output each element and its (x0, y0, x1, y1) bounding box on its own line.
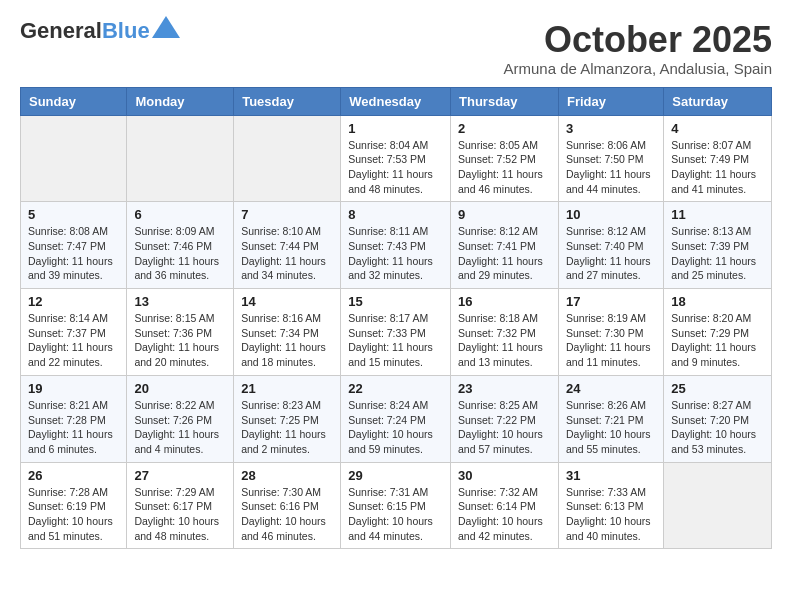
day-cell: 24Sunrise: 8:26 AM Sunset: 7:21 PM Dayli… (558, 375, 663, 462)
day-info: Sunrise: 8:11 AM Sunset: 7:43 PM Dayligh… (348, 224, 443, 283)
day-number: 4 (671, 121, 764, 136)
col-header-sunday: Sunday (21, 87, 127, 115)
day-info: Sunrise: 7:32 AM Sunset: 6:14 PM Dayligh… (458, 485, 551, 544)
day-cell: 29Sunrise: 7:31 AM Sunset: 6:15 PM Dayli… (341, 462, 451, 549)
day-info: Sunrise: 8:13 AM Sunset: 7:39 PM Dayligh… (671, 224, 764, 283)
day-info: Sunrise: 7:31 AM Sunset: 6:15 PM Dayligh… (348, 485, 443, 544)
day-number: 17 (566, 294, 656, 309)
day-info: Sunrise: 8:06 AM Sunset: 7:50 PM Dayligh… (566, 138, 656, 197)
day-info: Sunrise: 8:22 AM Sunset: 7:26 PM Dayligh… (134, 398, 226, 457)
day-cell (234, 115, 341, 202)
col-header-wednesday: Wednesday (341, 87, 451, 115)
day-number: 27 (134, 468, 226, 483)
day-number: 21 (241, 381, 333, 396)
day-number: 9 (458, 207, 551, 222)
day-info: Sunrise: 8:05 AM Sunset: 7:52 PM Dayligh… (458, 138, 551, 197)
day-cell: 26Sunrise: 7:28 AM Sunset: 6:19 PM Dayli… (21, 462, 127, 549)
day-info: Sunrise: 8:09 AM Sunset: 7:46 PM Dayligh… (134, 224, 226, 283)
day-cell: 9Sunrise: 8:12 AM Sunset: 7:41 PM Daylig… (451, 202, 559, 289)
col-header-monday: Monday (127, 87, 234, 115)
day-cell (664, 462, 772, 549)
day-number: 6 (134, 207, 226, 222)
week-row-1: 1Sunrise: 8:04 AM Sunset: 7:53 PM Daylig… (21, 115, 772, 202)
day-number: 15 (348, 294, 443, 309)
day-info: Sunrise: 8:19 AM Sunset: 7:30 PM Dayligh… (566, 311, 656, 370)
day-cell: 2Sunrise: 8:05 AM Sunset: 7:52 PM Daylig… (451, 115, 559, 202)
day-cell: 17Sunrise: 8:19 AM Sunset: 7:30 PM Dayli… (558, 289, 663, 376)
day-info: Sunrise: 8:04 AM Sunset: 7:53 PM Dayligh… (348, 138, 443, 197)
day-info: Sunrise: 8:16 AM Sunset: 7:34 PM Dayligh… (241, 311, 333, 370)
day-number: 11 (671, 207, 764, 222)
page-header: GeneralBlue October 2025 Armuna de Alman… (20, 20, 772, 77)
day-info: Sunrise: 8:14 AM Sunset: 7:37 PM Dayligh… (28, 311, 119, 370)
day-cell (127, 115, 234, 202)
day-info: Sunrise: 8:07 AM Sunset: 7:49 PM Dayligh… (671, 138, 764, 197)
day-info: Sunrise: 8:23 AM Sunset: 7:25 PM Dayligh… (241, 398, 333, 457)
day-cell: 12Sunrise: 8:14 AM Sunset: 7:37 PM Dayli… (21, 289, 127, 376)
day-info: Sunrise: 8:20 AM Sunset: 7:29 PM Dayligh… (671, 311, 764, 370)
col-header-thursday: Thursday (451, 87, 559, 115)
calendar-table: SundayMondayTuesdayWednesdayThursdayFrid… (20, 87, 772, 550)
day-cell: 22Sunrise: 8:24 AM Sunset: 7:24 PM Dayli… (341, 375, 451, 462)
day-info: Sunrise: 8:12 AM Sunset: 7:40 PM Dayligh… (566, 224, 656, 283)
day-info: Sunrise: 7:28 AM Sunset: 6:19 PM Dayligh… (28, 485, 119, 544)
day-cell: 8Sunrise: 8:11 AM Sunset: 7:43 PM Daylig… (341, 202, 451, 289)
day-cell: 1Sunrise: 8:04 AM Sunset: 7:53 PM Daylig… (341, 115, 451, 202)
week-row-5: 26Sunrise: 7:28 AM Sunset: 6:19 PM Dayli… (21, 462, 772, 549)
day-number: 28 (241, 468, 333, 483)
day-cell: 19Sunrise: 8:21 AM Sunset: 7:28 PM Dayli… (21, 375, 127, 462)
day-number: 30 (458, 468, 551, 483)
title-block: October 2025 Armuna de Almanzora, Andalu… (504, 20, 773, 77)
day-number: 8 (348, 207, 443, 222)
day-cell: 13Sunrise: 8:15 AM Sunset: 7:36 PM Dayli… (127, 289, 234, 376)
col-header-friday: Friday (558, 87, 663, 115)
day-cell: 23Sunrise: 8:25 AM Sunset: 7:22 PM Dayli… (451, 375, 559, 462)
week-row-2: 5Sunrise: 8:08 AM Sunset: 7:47 PM Daylig… (21, 202, 772, 289)
day-cell: 5Sunrise: 8:08 AM Sunset: 7:47 PM Daylig… (21, 202, 127, 289)
day-info: Sunrise: 8:17 AM Sunset: 7:33 PM Dayligh… (348, 311, 443, 370)
day-number: 31 (566, 468, 656, 483)
day-cell: 4Sunrise: 8:07 AM Sunset: 7:49 PM Daylig… (664, 115, 772, 202)
day-number: 20 (134, 381, 226, 396)
day-cell: 28Sunrise: 7:30 AM Sunset: 6:16 PM Dayli… (234, 462, 341, 549)
logo: GeneralBlue (20, 20, 180, 42)
day-info: Sunrise: 8:27 AM Sunset: 7:20 PM Dayligh… (671, 398, 764, 457)
day-info: Sunrise: 8:26 AM Sunset: 7:21 PM Dayligh… (566, 398, 656, 457)
day-number: 2 (458, 121, 551, 136)
col-header-tuesday: Tuesday (234, 87, 341, 115)
day-cell: 31Sunrise: 7:33 AM Sunset: 6:13 PM Dayli… (558, 462, 663, 549)
day-info: Sunrise: 8:25 AM Sunset: 7:22 PM Dayligh… (458, 398, 551, 457)
day-number: 19 (28, 381, 119, 396)
day-info: Sunrise: 7:33 AM Sunset: 6:13 PM Dayligh… (566, 485, 656, 544)
day-number: 25 (671, 381, 764, 396)
day-number: 16 (458, 294, 551, 309)
day-info: Sunrise: 8:24 AM Sunset: 7:24 PM Dayligh… (348, 398, 443, 457)
day-info: Sunrise: 7:29 AM Sunset: 6:17 PM Dayligh… (134, 485, 226, 544)
day-cell: 25Sunrise: 8:27 AM Sunset: 7:20 PM Dayli… (664, 375, 772, 462)
week-row-3: 12Sunrise: 8:14 AM Sunset: 7:37 PM Dayli… (21, 289, 772, 376)
day-info: Sunrise: 7:30 AM Sunset: 6:16 PM Dayligh… (241, 485, 333, 544)
day-number: 10 (566, 207, 656, 222)
day-number: 14 (241, 294, 333, 309)
day-number: 22 (348, 381, 443, 396)
day-cell: 3Sunrise: 8:06 AM Sunset: 7:50 PM Daylig… (558, 115, 663, 202)
day-cell: 18Sunrise: 8:20 AM Sunset: 7:29 PM Dayli… (664, 289, 772, 376)
day-cell: 15Sunrise: 8:17 AM Sunset: 7:33 PM Dayli… (341, 289, 451, 376)
day-cell: 16Sunrise: 8:18 AM Sunset: 7:32 PM Dayli… (451, 289, 559, 376)
day-cell: 21Sunrise: 8:23 AM Sunset: 7:25 PM Dayli… (234, 375, 341, 462)
day-info: Sunrise: 8:21 AM Sunset: 7:28 PM Dayligh… (28, 398, 119, 457)
day-number: 24 (566, 381, 656, 396)
day-info: Sunrise: 8:12 AM Sunset: 7:41 PM Dayligh… (458, 224, 551, 283)
logo-text: GeneralBlue (20, 20, 150, 42)
logo-icon (152, 16, 180, 38)
day-info: Sunrise: 8:08 AM Sunset: 7:47 PM Dayligh… (28, 224, 119, 283)
month-title: October 2025 (504, 20, 773, 60)
day-number: 26 (28, 468, 119, 483)
day-cell: 30Sunrise: 7:32 AM Sunset: 6:14 PM Dayli… (451, 462, 559, 549)
day-number: 23 (458, 381, 551, 396)
day-number: 13 (134, 294, 226, 309)
day-info: Sunrise: 8:15 AM Sunset: 7:36 PM Dayligh… (134, 311, 226, 370)
day-info: Sunrise: 8:18 AM Sunset: 7:32 PM Dayligh… (458, 311, 551, 370)
day-number: 29 (348, 468, 443, 483)
day-number: 3 (566, 121, 656, 136)
